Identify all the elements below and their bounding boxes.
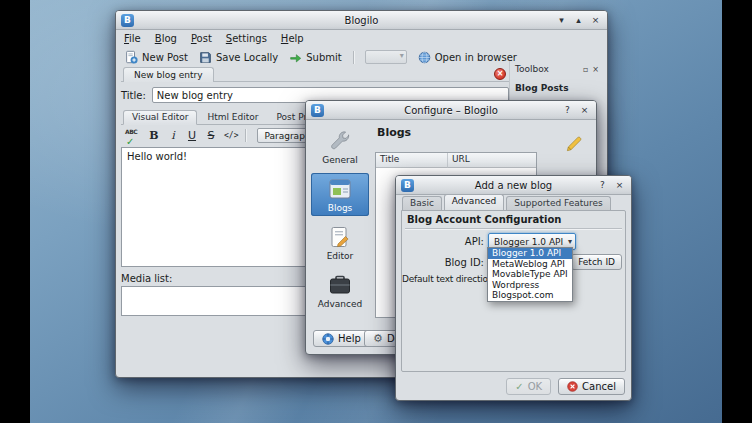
toolbox-title: Toolbox — [515, 64, 549, 74]
sidebar-item-general[interactable]: General — [311, 125, 369, 168]
sidebar-item-label: Advanced — [318, 299, 362, 309]
spellcheck-icon[interactable]: ABC ✓ — [125, 128, 141, 144]
maximize-icon[interactable]: ▴ — [572, 14, 585, 27]
globe-icon — [418, 51, 431, 64]
tab-basic[interactable]: Basic — [402, 196, 442, 210]
window-buttons: ▾ ▴ × — [555, 14, 602, 27]
tab-visual-editor[interactable]: Visual Editor — [123, 110, 197, 125]
toolbox-section-blog-posts[interactable]: Blog Posts — [515, 83, 599, 93]
section-title: Blog Account Configuration — [402, 211, 625, 227]
menu-blog[interactable]: Blog — [155, 33, 177, 44]
blogilo-app-icon: B — [121, 14, 134, 27]
sidebar-item-editor[interactable]: Editor — [311, 221, 369, 264]
new-post-icon — [124, 50, 138, 64]
add-blog-pencil-icon[interactable] — [565, 134, 584, 153]
new-post-label: New Post — [142, 52, 188, 63]
api-label: API: — [402, 236, 488, 247]
ok-button[interactable]: ✓ OK — [506, 378, 551, 395]
entry-tabbar: New blog entry × — [121, 67, 509, 82]
toolbox-header-icons: ▫ × — [583, 65, 599, 74]
help-icon[interactable]: ? — [561, 104, 574, 117]
close-icon[interactable]: × — [578, 104, 591, 117]
menu-settings[interactable]: Settings — [226, 33, 267, 44]
entry-tab[interactable]: New blog entry — [123, 67, 214, 82]
configure-titlebar[interactable]: B Configure – Blogilo ? × — [306, 101, 596, 120]
float-panel-icon[interactable]: ▫ — [583, 65, 588, 74]
help-icon[interactable]: ? — [596, 179, 609, 192]
new-post-button[interactable]: New Post — [124, 50, 188, 64]
cancel-button-label: Cancel — [582, 381, 616, 392]
menubar: File Blog Post Settings Help — [116, 30, 607, 47]
configure-window-title: Configure – Blogilo — [346, 105, 556, 116]
code-button[interactable]: </> — [224, 131, 238, 140]
add-blog-app-icon: B — [401, 179, 414, 192]
help-button-label: Help — [338, 333, 361, 344]
page-title: Blogs — [373, 124, 590, 139]
sidebar-item-label: Editor — [327, 251, 354, 261]
menu-file[interactable]: File — [124, 33, 141, 44]
sidebar-item-label: General — [322, 155, 357, 165]
close-icon[interactable]: × — [613, 179, 626, 192]
format-separator — [245, 129, 246, 142]
toolbox-advanced-icon — [328, 273, 352, 297]
dropdown-option-metaweblog[interactable]: MetaWeblog API — [488, 259, 572, 270]
window-buttons: ? × — [561, 104, 591, 117]
dropdown-option-blogspot[interactable]: Blogspot.com — [488, 290, 572, 301]
blog-id-label: Blog ID: — [402, 257, 488, 268]
save-locally-button[interactable]: Save Locally — [199, 51, 278, 64]
column-header-title[interactable]: Title — [376, 153, 448, 168]
dropdown-option-blogger[interactable]: Blogger 1.0 API — [488, 248, 572, 259]
tab-advanced[interactable]: Advanced — [444, 194, 504, 210]
paragraph-label: Paragraph — [264, 131, 310, 141]
main-titlebar[interactable]: B Blogilo ▾ ▴ × — [116, 11, 607, 30]
submit-button[interactable]: Submit — [289, 51, 341, 64]
close-panel-icon[interactable]: × — [592, 65, 599, 74]
editor-pencil-icon — [328, 225, 352, 249]
dropdown-option-wordpress[interactable]: Wordpress — [488, 280, 572, 291]
close-tab-icon[interactable]: × — [494, 68, 506, 80]
tab-html-editor[interactable]: Html Editor — [199, 111, 266, 124]
italic-button[interactable]: i — [167, 129, 179, 142]
add-blog-tabs: Basic Advanced Supported Features — [402, 194, 611, 210]
bold-button[interactable]: B — [148, 129, 160, 142]
dropdown-option-movabletype[interactable]: MovableType API — [488, 269, 572, 280]
cancel-button[interactable]: Cancel — [558, 378, 625, 395]
help-button[interactable]: Help — [313, 330, 370, 347]
save-icon — [199, 51, 212, 64]
open-in-browser-label: Open in browser — [435, 52, 517, 63]
strikethrough-button[interactable]: S — [205, 129, 217, 142]
sidebar-item-label: Blogs — [328, 203, 353, 213]
submit-arrow-icon — [289, 51, 302, 64]
sidebar-item-advanced[interactable]: Advanced — [311, 269, 369, 312]
section-divider — [405, 228, 622, 229]
save-locally-label: Save Locally — [216, 52, 278, 63]
wrench-icon — [328, 129, 352, 153]
tab-supported-features[interactable]: Supported Features — [506, 196, 610, 210]
close-icon[interactable]: × — [589, 14, 602, 27]
title-label: Title: — [121, 90, 146, 101]
text-direction-label: Default text direction: — [402, 274, 500, 284]
dialog-footer: ✓ OK Cancel — [506, 378, 625, 395]
toolbox-header: Toolbox ▫ × — [515, 64, 599, 74]
cancel-x-icon — [567, 381, 578, 392]
desktop: B Blogilo ▾ ▴ × File Blog Post Settings … — [0, 0, 752, 423]
open-in-browser-button[interactable]: Open in browser — [418, 51, 517, 64]
menu-post[interactable]: Post — [191, 33, 212, 44]
api-dropdown-popup: Blogger 1.0 API MetaWeblog API MovableTy… — [487, 247, 573, 302]
toolbar-separator — [353, 51, 354, 64]
configure-sidebar: General Blogs Editor Advanced — [311, 125, 369, 317]
check-icon: ✓ — [515, 381, 523, 392]
fetch-id-label: Fetch ID — [578, 257, 615, 267]
add-blog-dialog: B Add a new blog ? × Basic Advanced Supp… — [395, 175, 632, 401]
submit-label: Submit — [306, 52, 341, 63]
blogs-icon — [328, 177, 352, 201]
add-blog-titlebar[interactable]: B Add a new blog ? × — [396, 176, 631, 195]
fetch-id-button[interactable]: Fetch ID — [571, 254, 622, 270]
configure-app-icon: B — [311, 104, 324, 117]
menu-help[interactable]: Help — [281, 33, 304, 44]
column-header-url[interactable]: URL — [448, 153, 536, 168]
blog-selector-combobox[interactable] — [365, 50, 407, 64]
sidebar-item-blogs[interactable]: Blogs — [311, 173, 369, 216]
minimize-icon[interactable]: ▾ — [555, 14, 568, 27]
underline-button[interactable]: U — [186, 129, 198, 142]
